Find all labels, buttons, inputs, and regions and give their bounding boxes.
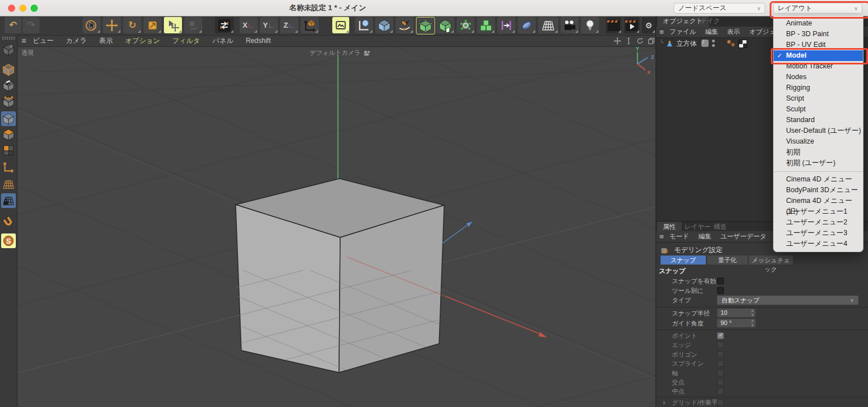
redo-button[interactable]: ↷ <box>23 17 40 33</box>
z-axis-lock-button[interactable]: Z ∟ <box>280 17 298 33</box>
snap-mode-axis-checkbox[interactable] <box>717 370 724 376</box>
layout-menu-item[interactable]: Sculpt <box>774 104 863 115</box>
snap-toggle-button[interactable] <box>1 215 16 230</box>
tab-takes[interactable]: テイク <box>695 16 726 27</box>
mode-tab-snap[interactable]: スナップ <box>661 256 706 265</box>
deformer-tool[interactable] <box>457 17 475 33</box>
layout-menu-item[interactable]: ユーザーメニュー3 <box>774 228 863 239</box>
layout-menu-item[interactable]: Cinema 4D メニュー (旧) <box>774 196 863 206</box>
attr-menu-edit[interactable]: 編集 <box>698 232 711 241</box>
uv-polygons-button[interactable] <box>1 143 16 158</box>
viewport-menu-options[interactable]: オプション <box>125 36 160 46</box>
primitive-cube-tool[interactable] <box>375 17 393 33</box>
render-view-button[interactable] <box>332 17 349 33</box>
light-tool[interactable] <box>581 17 599 33</box>
editor-visibility-dot[interactable] <box>712 40 715 42</box>
undo-button[interactable]: ↶ <box>5 17 21 33</box>
layer-toggle-icon[interactable]: / <box>701 40 709 47</box>
phong-tag-icon[interactable] <box>727 40 731 44</box>
live-selection-tool[interactable] <box>83 17 101 33</box>
layout-dropdown[interactable]: レイアウト ∨ <box>773 3 862 14</box>
texture-mode-button[interactable] <box>1 78 16 93</box>
viewport-menu-panel[interactable]: パネル <box>212 36 233 46</box>
workplane-mode-button[interactable] <box>1 94 16 109</box>
viewport-menu-display[interactable]: 表示 <box>99 36 113 46</box>
workplane-button[interactable] <box>1 177 16 192</box>
character-rail-tool[interactable] <box>497 17 515 33</box>
layout-menu-item[interactable]: BP - UV Edit <box>774 40 863 50</box>
coordinate-system-button[interactable] <box>301 17 319 33</box>
layout-menu-item-selected[interactable]: ✓ Model <box>774 50 863 61</box>
snap-mode-midpoint-checkbox[interactable] <box>717 388 724 395</box>
camera-label[interactable]: デフォルトカメラ <box>310 49 371 57</box>
pan-view-icon[interactable] <box>614 37 621 45</box>
maximize-view-icon[interactable] <box>648 37 655 45</box>
render-visibility-dot[interactable] <box>712 44 715 47</box>
om-menu-file[interactable]: ファイル <box>670 28 696 36</box>
layout-menu-item[interactable]: ユーザーメニュー4 <box>774 239 863 249</box>
viewport-menu-view[interactable]: ビュー <box>33 36 54 46</box>
nodespace-dropdown[interactable]: ノードスペース ∨ <box>674 3 765 14</box>
move-tool[interactable] <box>103 17 121 33</box>
snap-settings-button-active[interactable]: S <box>1 233 16 248</box>
expand-arrow-icon[interactable]: › <box>663 399 665 406</box>
snap-mode-spline-checkbox[interactable] <box>717 360 724 367</box>
y-axis-lock-button[interactable]: Y ∟ <box>260 17 278 33</box>
tag-dot-icon[interactable] <box>731 43 735 46</box>
viewport-menu-camera[interactable]: カメラ <box>66 36 87 46</box>
viewport-menu-filter[interactable]: フィルタ <box>172 36 200 46</box>
coordinate-swap-tool[interactable] <box>215 17 234 33</box>
render-settings-button[interactable]: ⚙ <box>642 17 656 33</box>
generator-boole-tool[interactable] <box>436 17 454 33</box>
spline-pen-tool[interactable] <box>396 17 414 33</box>
layout-menu-item[interactable]: Script <box>774 93 863 104</box>
volume-tool[interactable] <box>518 17 536 33</box>
polygons-mode-button[interactable] <box>1 127 16 142</box>
layout-menu-item[interactable]: 初期 <box>774 147 863 158</box>
mode-tab-meshcheck[interactable]: メッシュチェック <box>749 256 793 265</box>
spinner-arrows[interactable]: ∧∨ <box>751 319 754 327</box>
layout-menu-item[interactable]: Standard <box>774 115 863 125</box>
snap-enable-checkbox[interactable] <box>717 278 724 284</box>
texture-tag-icon[interactable] <box>739 40 747 48</box>
toolbar-grip[interactable] <box>2 37 15 38</box>
mograph-cloner-tool[interactable] <box>477 17 495 33</box>
layout-menu-item[interactable]: Motion Tracker <box>774 61 863 72</box>
viewport-canvas[interactable]: Y Z X <box>17 46 656 407</box>
floor-grid-tool[interactable] <box>538 17 558 33</box>
layout-menu-item[interactable]: BodyPaint 3Dメニュー <box>774 185 863 196</box>
object-axis-mode-button[interactable] <box>1 160 16 175</box>
per-tool-checkbox[interactable] <box>717 287 724 294</box>
layout-menu-item[interactable]: Animate <box>774 18 863 29</box>
attr-menu-mode[interactable]: モード <box>670 232 689 241</box>
layout-menu-item[interactable]: Nodes <box>774 72 863 83</box>
spinner-arrows[interactable]: ∧∨ <box>751 309 754 317</box>
om-menu-view[interactable]: 表示 <box>727 28 740 36</box>
x-axis-lock-button[interactable]: X ∟ <box>240 17 258 33</box>
layout-menu-item[interactable]: ユーザーメニュー1 <box>774 206 863 217</box>
render-active-view-button[interactable] <box>606 17 622 33</box>
grid-workplane-checkbox[interactable] <box>717 399 724 406</box>
hamburger-icon[interactable]: ≡ <box>659 28 664 36</box>
omni-move-tool-active[interactable] <box>164 17 182 33</box>
layout-menu-item[interactable]: Rigging <box>774 83 863 93</box>
layout-menu-item[interactable]: ユーザーメニュー2 <box>774 217 863 228</box>
snap-mode-edge-checkbox[interactable] <box>717 341 724 348</box>
guide-angle-input[interactable]: 90 ° ∧∨ <box>717 319 756 327</box>
viewport-menu-redshift[interactable]: Redshift <box>246 37 271 45</box>
layout-menu-item[interactable]: Cinema 4D メニュー <box>774 174 863 185</box>
camera-tool[interactable] <box>561 17 579 33</box>
snap-mode-polygon-checkbox[interactable] <box>717 351 724 358</box>
tab-attributes[interactable]: 属性 <box>657 222 682 232</box>
layout-menu-item[interactable]: 初期 (ユーザー) <box>774 158 863 168</box>
hamburger-icon[interactable]: ≡ <box>21 36 26 45</box>
layout-menu-item[interactable]: Visualize <box>774 136 863 147</box>
spline-chart-tool[interactable] <box>355 17 373 33</box>
rotate-view-icon[interactable] <box>636 37 644 45</box>
zoom-view-icon[interactable] <box>625 37 632 45</box>
mode-tab-quantize[interactable]: 量子化 <box>707 256 748 265</box>
attr-menu-userdata[interactable]: ユーザーデータ <box>721 232 767 241</box>
model-mode-button[interactable] <box>1 62 16 77</box>
points-mode-button-active[interactable] <box>1 111 16 126</box>
lock-workplane-button-active[interactable] <box>1 193 16 208</box>
